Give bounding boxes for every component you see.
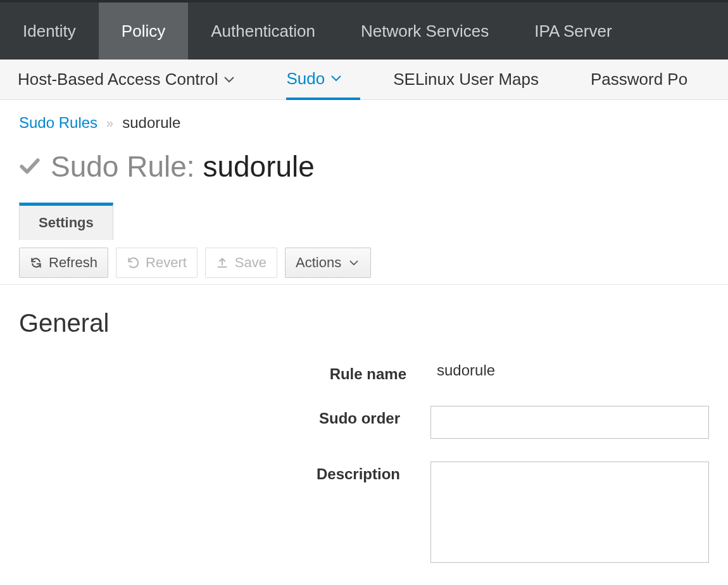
subnav-label: Host-Based Access Control (18, 70, 218, 89)
button-label: Revert (146, 255, 187, 271)
refresh-button[interactable]: Refresh (19, 248, 108, 278)
subnav-label: Sudo (286, 69, 325, 89)
subnav-sudo[interactable]: Sudo (286, 60, 360, 100)
nav-label: Network Services (361, 22, 489, 41)
subnav-label: SELinux User Maps (393, 70, 539, 89)
breadcrumb-separator-icon: » (106, 116, 113, 130)
button-label: Refresh (49, 255, 97, 271)
field-label: Description (19, 462, 430, 483)
undo-icon (127, 256, 139, 269)
breadcrumb: Sudo Rules » sudorule (0, 100, 728, 138)
breadcrumb-parent-link[interactable]: Sudo Rules (19, 114, 97, 132)
section-heading: General (19, 309, 709, 337)
nav-label: Authentication (211, 22, 315, 41)
page-heading: Sudo Rule: sudorule (51, 149, 315, 184)
description-textarea[interactable] (430, 462, 709, 563)
field-label: Sudo order (19, 406, 430, 427)
check-icon (19, 156, 41, 177)
sudo-order-input[interactable] (430, 406, 709, 439)
sub-nav: Host-Based Access Control Sudo SELinux U… (0, 60, 728, 100)
field-sudo-order: Sudo order (19, 406, 709, 439)
page-heading-name: sudorule (203, 150, 314, 183)
nav-authentication[interactable]: Authentication (188, 3, 338, 60)
field-label: Rule name (19, 362, 437, 383)
save-button[interactable]: Save (205, 248, 277, 278)
tab-settings[interactable]: Settings (19, 203, 113, 240)
toolbar: Refresh Revert Save Actions (0, 240, 728, 285)
page-title: Sudo Rule: sudorule (0, 138, 728, 203)
nav-label: IPA Server (534, 22, 612, 41)
nav-label: Policy (122, 22, 165, 41)
chevron-down-icon (331, 75, 341, 82)
subnav-selinux-user-maps[interactable]: SELinux User Maps (393, 60, 558, 99)
page-heading-prefix: Sudo Rule: (51, 150, 203, 183)
nav-policy[interactable]: Policy (99, 3, 188, 60)
button-label: Actions (296, 255, 341, 271)
subnav-label: Password Po (591, 70, 687, 89)
nav-label: Identity (23, 22, 76, 41)
chevron-down-icon (348, 256, 360, 269)
field-rule-name: Rule name sudorule (19, 362, 709, 383)
field-value: sudorule (437, 362, 709, 379)
button-label: Save (235, 255, 267, 271)
field-description: Description (19, 462, 709, 567)
top-nav: Identity Policy Authentication Network S… (0, 0, 728, 60)
nav-identity[interactable]: Identity (0, 3, 99, 60)
upload-icon (216, 256, 229, 269)
subnav-password-policies[interactable]: Password Po (591, 60, 706, 99)
chevron-down-icon (224, 77, 234, 83)
inner-tabs: Settings (0, 203, 728, 240)
nav-network-services[interactable]: Network Services (338, 3, 511, 60)
revert-button[interactable]: Revert (116, 248, 198, 278)
nav-ipa-server[interactable]: IPA Server (511, 3, 634, 60)
refresh-icon (30, 256, 42, 269)
actions-dropdown-button[interactable]: Actions (285, 248, 371, 278)
subnav-hbac[interactable]: Host-Based Access Control (18, 60, 253, 99)
breadcrumb-current: sudorule (122, 114, 180, 132)
section-general: General Rule name sudorule Sudo order De… (0, 285, 728, 585)
